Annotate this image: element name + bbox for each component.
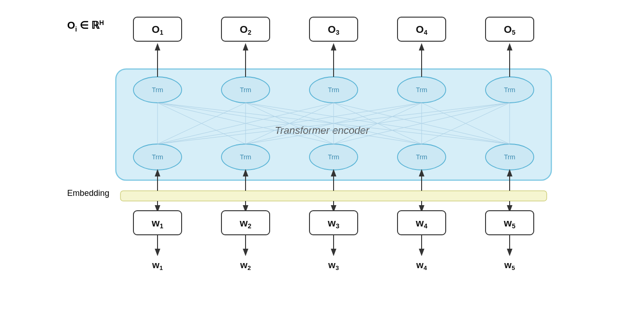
- diagram-container: Oi ∈ ℝH Embedding Transformer encoder Tr…: [67, 9, 577, 305]
- svg-text:Trm: Trm: [152, 153, 163, 161]
- svg-text:Trm: Trm: [240, 153, 251, 161]
- svg-text:Trm: Trm: [416, 153, 427, 161]
- svg-text:Trm: Trm: [504, 86, 515, 94]
- w-input-boxes: w1 w2 w3 w4 w5: [133, 201, 534, 235]
- svg-text:w2: w2: [240, 260, 251, 271]
- bottom-input-labels: w1 w2 w3 w4 w5: [152, 235, 515, 271]
- output-boxes: O1 O2 O3 O4 O5: [133, 17, 534, 77]
- svg-text:Trm: Trm: [416, 86, 427, 94]
- diagram-svg: Transformer encoder Trm Trm Trm Trm Trm …: [67, 9, 577, 305]
- svg-text:w3: w3: [328, 260, 339, 271]
- svg-text:Trm: Trm: [240, 86, 251, 94]
- svg-text:w4: w4: [416, 260, 428, 271]
- svg-text:Trm: Trm: [504, 153, 515, 161]
- transformer-label: Transformer encoder: [275, 125, 370, 136]
- embedding-bar: [120, 191, 547, 201]
- svg-text:Trm: Trm: [328, 153, 339, 161]
- svg-text:w5: w5: [504, 260, 515, 271]
- svg-text:Trm: Trm: [152, 86, 163, 94]
- svg-text:w1: w1: [152, 260, 163, 271]
- svg-text:Trm: Trm: [328, 86, 339, 94]
